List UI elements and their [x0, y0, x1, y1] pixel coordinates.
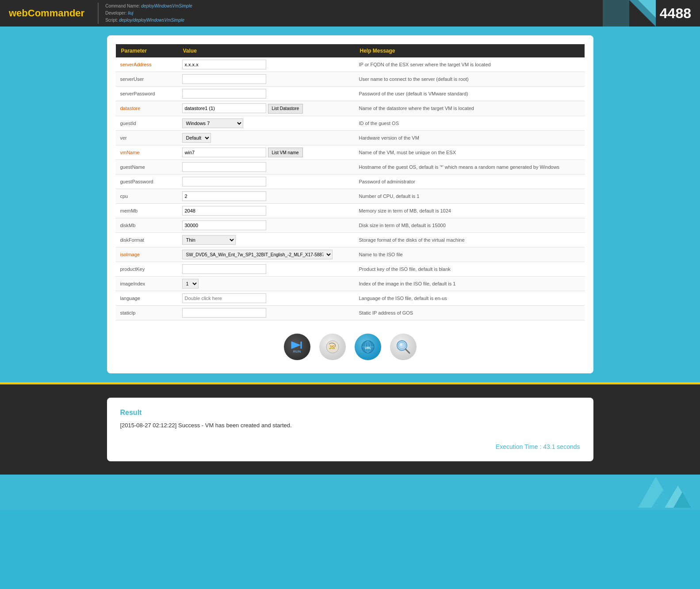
- table-row: serverPasswordPassword of the user (defa…: [116, 87, 585, 101]
- help-text-cell: Hardware version of the VM: [355, 130, 585, 145]
- param-input[interactable]: [182, 162, 266, 172]
- search-button[interactable]: [390, 334, 417, 360]
- table-row: vmNameList VM nameName of the VM, must b…: [116, 145, 585, 160]
- table-row: datastoreList DatastoreName of the datas…: [116, 101, 585, 116]
- developer-value[interactable]: liuj: [128, 11, 133, 15]
- param-value-cell: List VM name: [178, 145, 355, 160]
- url-icon: URL: [361, 340, 375, 354]
- param-name-cell: isoImage: [116, 247, 178, 262]
- table-row: diskMbDisk size in term of MB, default i…: [116, 218, 585, 233]
- param-input[interactable]: [182, 177, 266, 186]
- logo-commander: Commander: [28, 8, 84, 19]
- command-name-value[interactable]: deployWindowsVmSimple: [141, 4, 192, 8]
- param-input[interactable]: [182, 293, 266, 303]
- param-select[interactable]: Defaultv7v8v9v10: [182, 133, 211, 143]
- param-name-cell: diskMb: [116, 218, 178, 233]
- param-input[interactable]: [182, 60, 266, 69]
- header: webCommander Command Name: deployWindows…: [0, 0, 700, 27]
- param-select[interactable]: 1234: [182, 279, 199, 289]
- js-button[interactable]: JS: [319, 334, 346, 360]
- param-name-cell: datastore: [116, 101, 178, 116]
- param-value-cell: [178, 57, 355, 72]
- param-value-cell: 1234: [178, 277, 355, 291]
- params-table: Parameter Value Help Message serverAddre…: [116, 44, 585, 320]
- run-button[interactable]: RUN: [284, 334, 310, 360]
- help-text-cell: Hostname of the guest OS, default is '*'…: [355, 160, 585, 175]
- search-icon: [395, 339, 411, 355]
- param-value-cell: [178, 175, 355, 189]
- param-input[interactable]: [182, 264, 266, 274]
- svg-text:URL: URL: [365, 346, 371, 350]
- developer-label: Developer:: [105, 11, 126, 15]
- param-name-cell: guestName: [116, 160, 178, 175]
- svg-point-14: [400, 343, 402, 346]
- table-row: guestPasswordPassword of administrator: [116, 175, 585, 189]
- param-value-cell: Windows 7Windows 10Windows Server 2012Li…: [178, 116, 355, 130]
- param-select[interactable]: Windows 7Windows 10Windows Server 2012Li…: [182, 118, 243, 128]
- param-input[interactable]: [182, 308, 266, 318]
- url-button[interactable]: URL: [355, 334, 381, 360]
- result-title: Result: [120, 409, 580, 417]
- help-text-cell: IP or FQDN of the ESX server where the t…: [355, 57, 585, 72]
- list-button[interactable]: List VM name: [268, 148, 303, 157]
- table-row: memMbMemory size in term of MB, default …: [116, 204, 585, 218]
- param-input[interactable]: [182, 191, 266, 201]
- param-name-cell: productKey: [116, 262, 178, 277]
- execution-time: Execution Time : 43.1 seconds: [120, 443, 580, 450]
- param-input[interactable]: [182, 206, 266, 216]
- param-name-cell: serverPassword: [116, 87, 178, 101]
- table-row: guestNameHostname of the guest OS, defau…: [116, 160, 585, 175]
- param-input[interactable]: [182, 148, 266, 157]
- help-text-cell: Memory size in term of MB, default is 10…: [355, 204, 585, 218]
- script-label: Script:: [105, 18, 118, 23]
- logo: webCommander: [9, 8, 84, 19]
- param-name-cell: cpu: [116, 189, 178, 204]
- main-content: Parameter Value Help Message serverAddre…: [0, 27, 700, 382]
- action-buttons: RUN JS URL: [116, 329, 585, 365]
- param-name-cell: ver: [116, 130, 178, 145]
- param-value-cell: [178, 87, 355, 101]
- table-row: diskFormatThinThickEagerZeroedThickStora…: [116, 233, 585, 247]
- param-name-cell: language: [116, 291, 178, 306]
- param-value-cell: SW_DVD5_SA_Win_Ent_7w_SP1_32BIT_English_…: [178, 247, 355, 262]
- iso-select[interactable]: SW_DVD5_SA_Win_Ent_7w_SP1_32BIT_English_…: [182, 250, 333, 259]
- help-text-cell: Disk size in term of MB, default is 1500…: [355, 218, 585, 233]
- help-text-cell: Number of CPU, default is 1: [355, 189, 585, 204]
- param-input[interactable]: [182, 89, 266, 99]
- table-row: serverAddressIP or FQDN of the ESX serve…: [116, 57, 585, 72]
- param-name-cell: memMb: [116, 204, 178, 218]
- help-text-cell: ID of the guest OS: [355, 116, 585, 130]
- param-name-cell: vmName: [116, 145, 178, 160]
- help-text-cell: Password of the user (default is VMware …: [355, 87, 585, 101]
- help-text-cell: Product key of the ISO file, default is …: [355, 262, 585, 277]
- help-text-cell: Name of the datastore where the target V…: [355, 101, 585, 116]
- param-value-cell: Defaultv7v8v9v10: [178, 130, 355, 145]
- help-text-cell: Password of administrator: [355, 175, 585, 189]
- white-card: Parameter Value Help Message serverAddre…: [107, 35, 593, 373]
- table-row: isoImageSW_DVD5_SA_Win_Ent_7w_SP1_32BIT_…: [116, 247, 585, 262]
- table-row: staticIpStatic IP address of GOS: [116, 306, 585, 320]
- col-header-parameter: Parameter: [116, 44, 178, 57]
- param-input[interactable]: [182, 103, 266, 113]
- run-icon: [291, 341, 304, 350]
- param-name-cell: imageIndex: [116, 277, 178, 291]
- param-select[interactable]: ThinThickEagerZeroedThick: [182, 235, 236, 245]
- param-input[interactable]: [182, 220, 266, 230]
- dark-section: Result [2015-08-27 02:12:22] Success - V…: [0, 384, 700, 475]
- help-text-cell: Index of the image in the ISO file, defa…: [355, 277, 585, 291]
- param-value-cell: List Datastore: [178, 101, 355, 116]
- table-row: productKeyProduct key of the ISO file, d…: [116, 262, 585, 277]
- param-value-cell: ThinThickEagerZeroedThick: [178, 233, 355, 247]
- param-value-cell: [178, 262, 355, 277]
- script-value[interactable]: deploy/deployWindowsVmSimple: [119, 18, 184, 23]
- table-row: imageIndex1234Index of the image in the …: [116, 277, 585, 291]
- header-number: 4488: [660, 5, 691, 22]
- param-value-cell: [178, 72, 355, 87]
- run-label: RUN: [293, 350, 301, 353]
- param-name-cell: serverAddress: [116, 57, 178, 72]
- table-row: languageLanguage of the ISO file, defaul…: [116, 291, 585, 306]
- list-button[interactable]: List Datastore: [268, 104, 303, 114]
- help-text-cell: Language of the ISO file, default is en-…: [355, 291, 585, 306]
- param-input[interactable]: [182, 74, 266, 84]
- table-row: verDefaultv7v8v9v10Hardware version of t…: [116, 130, 585, 145]
